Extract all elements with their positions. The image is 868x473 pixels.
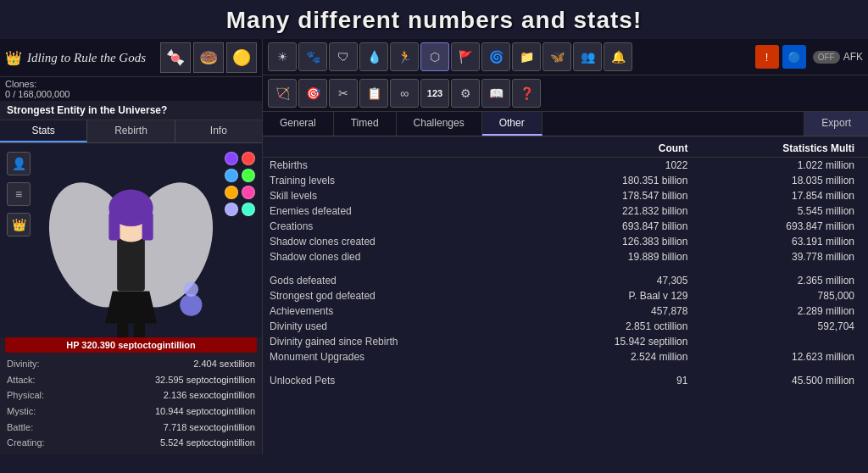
cell-multi: 2.365 million — [701, 273, 868, 288]
icon-sun[interactable]: ☀ — [268, 42, 297, 71]
cell-count: 457,878 — [531, 303, 701, 319]
cell-label: Gods defeated — [263, 273, 531, 288]
table-row: Gods defeated47,3052.365 million — [263, 273, 868, 288]
cell-label: Creations — [263, 219, 531, 234]
crown-icon: 👑 — [5, 50, 22, 66]
main-container: 👑 Idling to Rule the Gods 🍬 🍩 🟡 Clones: … — [0, 39, 868, 454]
cell-label: Enemies defeated — [263, 203, 531, 219]
icon-paw[interactable]: 🐾 — [298, 42, 327, 71]
stat-label-divinity: Divinity: — [7, 356, 40, 372]
item-box-1[interactable]: 🍬 — [160, 42, 191, 73]
svg-marker-7 — [105, 291, 157, 323]
cell-count: 1022 — [531, 158, 701, 174]
cell-count: P. Baal v 129 — [531, 288, 701, 303]
svg-rect-9 — [134, 324, 145, 337]
cell-label: Rebirths — [263, 158, 531, 174]
icon-target[interactable]: 🎯 — [298, 79, 327, 108]
cell-label: Training levels — [263, 173, 531, 188]
icon-run[interactable]: 🏃 — [390, 42, 419, 71]
svg-point-11 — [184, 281, 198, 296]
table-row: Strongest god defeatedP. Baal v 129785,0… — [263, 288, 868, 303]
left-top-bar: 👑 Idling to Rule the Gods 🍬 🍩 🟡 — [0, 39, 262, 77]
gem-7 — [225, 203, 238, 216]
icon-scissors[interactable]: ✂ — [329, 79, 358, 108]
stat-label-battle: Battle: — [7, 420, 33, 436]
second-icon-bar: 🏹 🎯 ✂ 📋 ∞ 123 ⚙ 📖 ❓ — [263, 75, 868, 112]
character-icon-3[interactable]: 👑 — [7, 213, 31, 236]
cell-multi: 5.545 million — [701, 203, 868, 219]
tab-stats[interactable]: Stats — [0, 120, 87, 142]
icon-clipboard[interactable]: 📋 — [359, 79, 388, 108]
afk-toggle-switch[interactable]: OFF — [813, 51, 840, 64]
cell-label: Divinity used — [263, 319, 531, 334]
icon-shield[interactable]: 🛡 — [329, 42, 358, 71]
icon-swirl[interactable]: 🌀 — [481, 42, 510, 71]
left-panel: 👑 Idling to Rule the Gods 🍬 🍩 🟡 Clones: … — [0, 39, 263, 454]
icon-butterfly[interactable]: 🦋 — [542, 42, 571, 71]
stat-value-divinity: 2.404 sextillion — [193, 356, 255, 372]
icon-folder[interactable]: 📁 — [512, 42, 541, 71]
stat-value-battle: 7.718 sexoctogintillion — [164, 420, 255, 436]
gem-6 — [242, 186, 255, 199]
cell-count: 91 — [531, 373, 701, 388]
gem-5 — [225, 186, 238, 199]
cell-count: 2.851 octillion — [531, 319, 701, 334]
cell-count: 2.524 million — [531, 349, 701, 364]
stat-row-mystic: Mystic: 10.944 septoctogintillion — [7, 403, 255, 420]
icon-flag[interactable]: 🚩 — [451, 42, 480, 71]
cell-multi: 39.778 million — [701, 249, 868, 264]
stat-row-divinity: Divinity: 2.404 sextillion — [7, 356, 255, 372]
icon-gear[interactable]: ⚙ — [451, 79, 480, 108]
tab-other[interactable]: Other — [482, 112, 542, 136]
cell-label: Strongest god defeated — [263, 288, 531, 303]
character-icon-1[interactable]: 👤 — [7, 152, 31, 175]
cell-label: Achievements — [263, 303, 531, 319]
cell-label: Shadow clones died — [263, 249, 531, 264]
gem-1 — [225, 152, 238, 165]
svg-rect-5 — [108, 213, 120, 241]
notif-icons: ! 🔵 — [755, 45, 810, 69]
table-row: Creations693.847 billion693.847 million — [263, 219, 868, 234]
svg-point-10 — [180, 294, 202, 316]
gem-2 — [242, 152, 255, 165]
icon-bell[interactable]: 🔔 — [604, 42, 632, 71]
stat-value-creating: 5.524 septoctogintillion — [160, 435, 255, 451]
cell-multi: 1.022 million — [701, 158, 868, 174]
tab-general[interactable]: General — [263, 112, 334, 136]
icon-hex[interactable]: ⬡ — [420, 42, 449, 71]
tab-timed[interactable]: Timed — [334, 112, 397, 136]
tab-export[interactable]: Export — [804, 112, 868, 136]
cell-multi: 18.035 million — [701, 173, 868, 188]
item-box-3[interactable]: 🟡 — [226, 42, 257, 73]
tab-rebirth[interactable]: Rebirth — [87, 120, 175, 142]
table-row: Monument Upgrades2.524 million12.623 mil… — [263, 349, 868, 364]
stat-row-battle: Battle: 7.718 sexoctogintillion — [7, 420, 255, 436]
right-panel: ☀ 🐾 🛡 💧 🏃 ⬡ 🚩 🌀 📁 🦋 👥 🔔 ! 🔵 OFF AFK — [263, 39, 868, 454]
icon-group[interactable]: 👥 — [573, 42, 602, 71]
icon-infinity[interactable]: ∞ — [390, 79, 419, 108]
cell-count: 47,305 — [531, 273, 701, 288]
stats-table: Count Statistics Multi Rebirths10221.022… — [263, 140, 868, 388]
svg-rect-2 — [117, 236, 145, 291]
icon-water[interactable]: 💧 — [359, 42, 388, 71]
character-icon-2[interactable]: ≡ — [7, 182, 31, 206]
tab-info[interactable]: Info — [175, 120, 262, 142]
icon-book[interactable]: 📖 — [481, 79, 510, 108]
icon-question[interactable]: ❓ — [512, 79, 541, 108]
notif-blue[interactable]: 🔵 — [782, 45, 806, 69]
game-title: Idling to Rule the Gods — [27, 51, 155, 65]
notif-red[interactable]: ! — [755, 45, 779, 69]
clone-items: 🍬 🍩 🟡 — [160, 42, 257, 73]
item-box-2[interactable]: 🍩 — [193, 42, 224, 73]
stat-row-physical: Physical: 2.136 sexoctogintillion — [7, 387, 255, 403]
stat-value-physical: 2.136 sexoctogintillion — [164, 387, 255, 403]
stats-content[interactable]: Count Statistics Multi Rebirths10221.022… — [263, 136, 868, 454]
icon-123[interactable]: 123 — [420, 79, 449, 108]
strongest-entity-label: Strongest Entity in the Universe? — [0, 101, 262, 120]
tab-challenges[interactable]: Challenges — [397, 112, 482, 136]
table-row: Training levels180.351 billion18.035 mil… — [263, 173, 868, 188]
character-stats: Divinity: 2.404 sextillion Attack: 32.59… — [0, 353, 262, 454]
table-row: Divinity gained since Rebirth15.942 sept… — [263, 334, 868, 349]
icon-bow[interactable]: 🏹 — [268, 79, 297, 108]
character-svg — [0, 143, 262, 337]
